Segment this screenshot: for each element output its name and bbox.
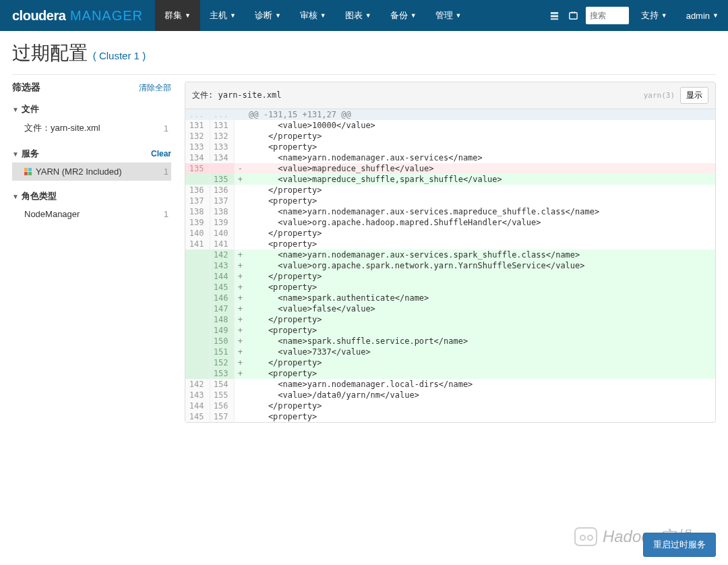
diff-row-ctx: 133133 <property> xyxy=(185,142,715,152)
caret-icon: ▼ xyxy=(275,12,281,19)
diff-row-ctx: 131131 <value>10000</value> xyxy=(185,120,715,131)
nav-item-6[interactable]: 管理▼ xyxy=(426,0,471,31)
clear-section-link[interactable]: Clear xyxy=(151,149,171,158)
diff-row-add: 143+ <value>org.apache.spark.network.yar… xyxy=(185,260,715,271)
diff-row-ctx: 138138 <name>yarn.nodemanager.aux-servic… xyxy=(185,206,715,217)
new-line-no: 139 xyxy=(210,217,234,228)
diff-marker xyxy=(234,206,246,217)
show-button[interactable]: 显示 xyxy=(680,87,708,104)
new-line-no: 135 xyxy=(210,174,234,185)
diff-row-ctx: 137137 <property> xyxy=(185,196,715,206)
diff-code: <value>false</value> xyxy=(246,303,715,314)
diff-code: <property> xyxy=(246,325,715,336)
old-line-no: 139 xyxy=(185,217,210,228)
item-label: NodeManager xyxy=(24,209,80,219)
nav-support[interactable]: 支持▼ xyxy=(632,0,677,31)
old-line-no xyxy=(185,174,210,185)
new-line-no: 147 xyxy=(210,303,234,314)
nav-items: 群集▼主机▼诊断▼审核▼图表▼备份▼管理▼ xyxy=(155,0,471,31)
nav-item-5[interactable]: 备份▼ xyxy=(381,0,426,31)
diff-marker xyxy=(234,228,246,239)
diff-row-ctx: 132132 </property> xyxy=(185,131,715,142)
diff-marker xyxy=(234,411,246,422)
diff-marker: + xyxy=(234,260,246,271)
new-line-no: ... xyxy=(210,109,234,120)
diff-code: <name>yarn.nodemanager.aux-services.mapr… xyxy=(246,206,715,217)
new-line-no: 151 xyxy=(210,347,234,357)
diff-marker xyxy=(234,142,246,152)
nav-item-2[interactable]: 诊断▼ xyxy=(245,0,291,31)
diff-marker xyxy=(234,131,246,142)
diff-code: </property> xyxy=(246,400,715,411)
new-line-no: 155 xyxy=(210,390,234,400)
diff-code: <name>yarn.nodemanager.aux-services.spar… xyxy=(246,249,715,260)
clear-all-link[interactable]: 清除全部 xyxy=(139,82,171,94)
section-toggle-service[interactable]: ▼服务 Clear xyxy=(12,145,171,162)
nav-item-1[interactable]: 主机▼ xyxy=(200,0,245,31)
diff-row-add: 150+ <name>spark.shuffle.service.port</n… xyxy=(185,336,715,347)
title-text: 过期配置 xyxy=(12,42,88,63)
diff-code: <property> xyxy=(246,368,715,379)
nav-label: 审核 xyxy=(300,9,317,22)
new-line-no: 145 xyxy=(210,282,234,293)
old-line-no xyxy=(185,336,210,347)
diff-code: <value>7337</value> xyxy=(246,347,715,357)
old-line-no: 138 xyxy=(185,206,210,217)
chevron-down-icon: ▼ xyxy=(12,150,19,158)
diff-code: <value>org.apache.spark.network.yarn.Yar… xyxy=(246,260,715,271)
diff-row-hunk: ......@@ -131,15 +131,27 @@ xyxy=(185,109,715,120)
section-toggle-file[interactable]: ▼文件 xyxy=(12,100,171,118)
new-line-no: 150 xyxy=(210,336,234,347)
chevron-down-icon: ▼ xyxy=(12,106,19,113)
filter-item-nodemanager[interactable]: NodeManager 1 xyxy=(12,205,171,223)
new-line-no: 141 xyxy=(210,239,234,249)
new-line-no: 138 xyxy=(210,206,234,217)
cluster-link[interactable]: ( Cluster 1 ) xyxy=(93,50,146,61)
old-line-no: 135 xyxy=(185,163,210,174)
section-label: 服务 xyxy=(22,148,39,158)
old-line-no: 142 xyxy=(185,379,210,390)
diff-marker xyxy=(234,109,246,120)
caret-icon: ▼ xyxy=(185,12,191,19)
nav-label: 诊断 xyxy=(255,9,272,22)
nav-item-3[interactable]: 审核▼ xyxy=(291,0,336,31)
new-line-no: 140 xyxy=(210,228,234,239)
filter-item-file[interactable]: 文件：yarn-site.xml 1 xyxy=(12,118,171,138)
diff-row-ctx: 144156 </property> xyxy=(185,400,715,411)
nav-label: 图表 xyxy=(345,9,363,22)
old-line-no: 145 xyxy=(185,411,210,422)
diff-code: <name>yarn.nodemanager.local-dirs</name> xyxy=(246,379,715,390)
filter-item-yarn[interactable]: YARN (MR2 Included) 1 xyxy=(12,162,171,181)
new-line-no: 144 xyxy=(210,271,234,282)
diff-code: <value>org.apache.hadoop.mapred.ShuffleH… xyxy=(246,217,715,228)
diff-code: </property> xyxy=(246,314,715,325)
diff-marker xyxy=(234,217,246,228)
brand-logo[interactable]: cloudera MANAGER xyxy=(0,8,155,24)
diff-code: <property> xyxy=(246,142,715,152)
new-line-no: 148 xyxy=(210,314,234,325)
nav-label: 主机 xyxy=(210,9,227,22)
new-line-no: 134 xyxy=(210,152,234,163)
parcels-icon[interactable] xyxy=(545,0,564,31)
diff-marker: + xyxy=(234,303,246,314)
nav-admin[interactable]: admin▼ xyxy=(677,0,728,31)
item-count: 1 xyxy=(164,167,169,177)
brand-right: MANAGER xyxy=(65,8,143,23)
new-line-no xyxy=(210,163,234,174)
diff-row-ctx: 142154 <name>yarn.nodemanager.local-dirs… xyxy=(185,379,715,390)
nav-item-0[interactable]: 群集▼ xyxy=(155,0,200,31)
diff-marker xyxy=(234,239,246,249)
diff-marker: + xyxy=(234,293,246,303)
diff-code: </property> xyxy=(246,185,715,196)
diff-code: <name>yarn.nodemanager.aux-services</nam… xyxy=(246,152,715,163)
diff-marker xyxy=(234,120,246,131)
section-toggle-role[interactable]: ▼角色类型 xyxy=(12,187,171,205)
notifications-icon[interactable] xyxy=(564,0,583,31)
filter-section-file: ▼文件 文件：yarn-site.xml 1 xyxy=(12,100,171,138)
diff-code: </property> xyxy=(246,228,715,239)
diff-row-add: 148+ </property> xyxy=(185,314,715,325)
search-input[interactable] xyxy=(586,7,629,24)
old-line-no: 137 xyxy=(185,196,210,206)
diff-code: <property> xyxy=(246,411,715,422)
nav-item-4[interactable]: 图表▼ xyxy=(336,0,381,31)
